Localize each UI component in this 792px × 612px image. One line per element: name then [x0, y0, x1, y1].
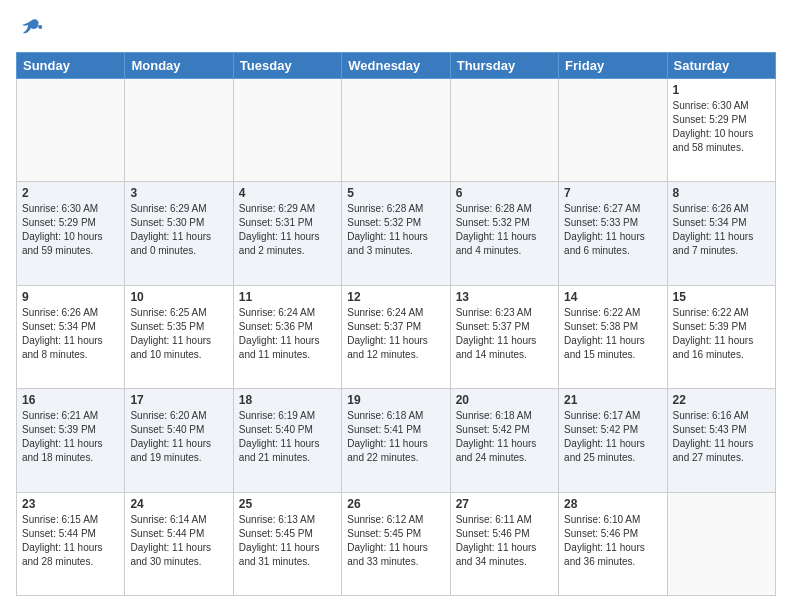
weekday-header-saturday: Saturday — [667, 53, 775, 79]
calendar-cell: 6Sunrise: 6:28 AM Sunset: 5:32 PM Daylig… — [450, 182, 558, 285]
cell-details: Sunrise: 6:12 AM Sunset: 5:45 PM Dayligh… — [347, 513, 444, 569]
day-number: 24 — [130, 497, 227, 511]
weekday-header-tuesday: Tuesday — [233, 53, 341, 79]
day-number: 21 — [564, 393, 661, 407]
cell-details: Sunrise: 6:19 AM Sunset: 5:40 PM Dayligh… — [239, 409, 336, 465]
calendar-cell: 26Sunrise: 6:12 AM Sunset: 5:45 PM Dayli… — [342, 492, 450, 595]
calendar-cell — [125, 79, 233, 182]
calendar-cell — [667, 492, 775, 595]
calendar-week-row: 1Sunrise: 6:30 AM Sunset: 5:29 PM Daylig… — [17, 79, 776, 182]
cell-details: Sunrise: 6:28 AM Sunset: 5:32 PM Dayligh… — [347, 202, 444, 258]
cell-details: Sunrise: 6:25 AM Sunset: 5:35 PM Dayligh… — [130, 306, 227, 362]
day-number: 22 — [673, 393, 770, 407]
day-number: 11 — [239, 290, 336, 304]
cell-details: Sunrise: 6:26 AM Sunset: 5:34 PM Dayligh… — [22, 306, 119, 362]
calendar-cell: 15Sunrise: 6:22 AM Sunset: 5:39 PM Dayli… — [667, 285, 775, 388]
header — [16, 16, 776, 42]
calendar-cell: 17Sunrise: 6:20 AM Sunset: 5:40 PM Dayli… — [125, 389, 233, 492]
calendar-cell: 28Sunrise: 6:10 AM Sunset: 5:46 PM Dayli… — [559, 492, 667, 595]
cell-details: Sunrise: 6:24 AM Sunset: 5:36 PM Dayligh… — [239, 306, 336, 362]
weekday-header-wednesday: Wednesday — [342, 53, 450, 79]
day-number: 20 — [456, 393, 553, 407]
calendar-cell: 25Sunrise: 6:13 AM Sunset: 5:45 PM Dayli… — [233, 492, 341, 595]
calendar-cell: 5Sunrise: 6:28 AM Sunset: 5:32 PM Daylig… — [342, 182, 450, 285]
calendar-cell: 27Sunrise: 6:11 AM Sunset: 5:46 PM Dayli… — [450, 492, 558, 595]
day-number: 3 — [130, 186, 227, 200]
calendar-cell: 12Sunrise: 6:24 AM Sunset: 5:37 PM Dayli… — [342, 285, 450, 388]
cell-details: Sunrise: 6:14 AM Sunset: 5:44 PM Dayligh… — [130, 513, 227, 569]
calendar-cell: 23Sunrise: 6:15 AM Sunset: 5:44 PM Dayli… — [17, 492, 125, 595]
day-number: 10 — [130, 290, 227, 304]
calendar-cell — [342, 79, 450, 182]
day-number: 15 — [673, 290, 770, 304]
cell-details: Sunrise: 6:22 AM Sunset: 5:38 PM Dayligh… — [564, 306, 661, 362]
cell-details: Sunrise: 6:18 AM Sunset: 5:41 PM Dayligh… — [347, 409, 444, 465]
cell-details: Sunrise: 6:10 AM Sunset: 5:46 PM Dayligh… — [564, 513, 661, 569]
calendar-cell: 22Sunrise: 6:16 AM Sunset: 5:43 PM Dayli… — [667, 389, 775, 492]
calendar-cell — [17, 79, 125, 182]
calendar-cell: 14Sunrise: 6:22 AM Sunset: 5:38 PM Dayli… — [559, 285, 667, 388]
day-number: 13 — [456, 290, 553, 304]
day-number: 9 — [22, 290, 119, 304]
day-number: 1 — [673, 83, 770, 97]
day-number: 28 — [564, 497, 661, 511]
calendar-table: SundayMondayTuesdayWednesdayThursdayFrid… — [16, 52, 776, 596]
cell-details: Sunrise: 6:18 AM Sunset: 5:42 PM Dayligh… — [456, 409, 553, 465]
calendar-cell: 4Sunrise: 6:29 AM Sunset: 5:31 PM Daylig… — [233, 182, 341, 285]
day-number: 12 — [347, 290, 444, 304]
calendar-cell: 7Sunrise: 6:27 AM Sunset: 5:33 PM Daylig… — [559, 182, 667, 285]
cell-details: Sunrise: 6:23 AM Sunset: 5:37 PM Dayligh… — [456, 306, 553, 362]
cell-details: Sunrise: 6:17 AM Sunset: 5:42 PM Dayligh… — [564, 409, 661, 465]
calendar-cell: 24Sunrise: 6:14 AM Sunset: 5:44 PM Dayli… — [125, 492, 233, 595]
calendar-cell: 1Sunrise: 6:30 AM Sunset: 5:29 PM Daylig… — [667, 79, 775, 182]
day-number: 2 — [22, 186, 119, 200]
day-number: 25 — [239, 497, 336, 511]
cell-details: Sunrise: 6:20 AM Sunset: 5:40 PM Dayligh… — [130, 409, 227, 465]
cell-details: Sunrise: 6:11 AM Sunset: 5:46 PM Dayligh… — [456, 513, 553, 569]
weekday-header-friday: Friday — [559, 53, 667, 79]
weekday-header-row: SundayMondayTuesdayWednesdayThursdayFrid… — [17, 53, 776, 79]
calendar-cell: 13Sunrise: 6:23 AM Sunset: 5:37 PM Dayli… — [450, 285, 558, 388]
calendar-cell: 20Sunrise: 6:18 AM Sunset: 5:42 PM Dayli… — [450, 389, 558, 492]
day-number: 26 — [347, 497, 444, 511]
calendar-cell — [450, 79, 558, 182]
day-number: 7 — [564, 186, 661, 200]
cell-details: Sunrise: 6:26 AM Sunset: 5:34 PM Dayligh… — [673, 202, 770, 258]
cell-details: Sunrise: 6:13 AM Sunset: 5:45 PM Dayligh… — [239, 513, 336, 569]
bird-icon — [18, 16, 44, 42]
weekday-header-sunday: Sunday — [17, 53, 125, 79]
cell-details: Sunrise: 6:22 AM Sunset: 5:39 PM Dayligh… — [673, 306, 770, 362]
cell-details: Sunrise: 6:27 AM Sunset: 5:33 PM Dayligh… — [564, 202, 661, 258]
calendar-cell: 8Sunrise: 6:26 AM Sunset: 5:34 PM Daylig… — [667, 182, 775, 285]
calendar-cell: 19Sunrise: 6:18 AM Sunset: 5:41 PM Dayli… — [342, 389, 450, 492]
calendar-cell — [559, 79, 667, 182]
day-number: 18 — [239, 393, 336, 407]
calendar-cell: 18Sunrise: 6:19 AM Sunset: 5:40 PM Dayli… — [233, 389, 341, 492]
page: SundayMondayTuesdayWednesdayThursdayFrid… — [0, 0, 792, 612]
day-number: 27 — [456, 497, 553, 511]
day-number: 17 — [130, 393, 227, 407]
cell-details: Sunrise: 6:29 AM Sunset: 5:30 PM Dayligh… — [130, 202, 227, 258]
calendar-cell: 9Sunrise: 6:26 AM Sunset: 5:34 PM Daylig… — [17, 285, 125, 388]
cell-details: Sunrise: 6:21 AM Sunset: 5:39 PM Dayligh… — [22, 409, 119, 465]
calendar-week-row: 9Sunrise: 6:26 AM Sunset: 5:34 PM Daylig… — [17, 285, 776, 388]
day-number: 16 — [22, 393, 119, 407]
calendar-cell — [233, 79, 341, 182]
calendar-week-row: 16Sunrise: 6:21 AM Sunset: 5:39 PM Dayli… — [17, 389, 776, 492]
day-number: 5 — [347, 186, 444, 200]
calendar-cell: 11Sunrise: 6:24 AM Sunset: 5:36 PM Dayli… — [233, 285, 341, 388]
weekday-header-thursday: Thursday — [450, 53, 558, 79]
cell-details: Sunrise: 6:30 AM Sunset: 5:29 PM Dayligh… — [673, 99, 770, 155]
calendar-cell: 10Sunrise: 6:25 AM Sunset: 5:35 PM Dayli… — [125, 285, 233, 388]
calendar-cell: 2Sunrise: 6:30 AM Sunset: 5:29 PM Daylig… — [17, 182, 125, 285]
cell-details: Sunrise: 6:24 AM Sunset: 5:37 PM Dayligh… — [347, 306, 444, 362]
cell-details: Sunrise: 6:30 AM Sunset: 5:29 PM Dayligh… — [22, 202, 119, 258]
calendar-cell: 21Sunrise: 6:17 AM Sunset: 5:42 PM Dayli… — [559, 389, 667, 492]
day-number: 8 — [673, 186, 770, 200]
cell-details: Sunrise: 6:16 AM Sunset: 5:43 PM Dayligh… — [673, 409, 770, 465]
calendar-week-row: 23Sunrise: 6:15 AM Sunset: 5:44 PM Dayli… — [17, 492, 776, 595]
cell-details: Sunrise: 6:28 AM Sunset: 5:32 PM Dayligh… — [456, 202, 553, 258]
day-number: 14 — [564, 290, 661, 304]
cell-details: Sunrise: 6:15 AM Sunset: 5:44 PM Dayligh… — [22, 513, 119, 569]
calendar-cell: 3Sunrise: 6:29 AM Sunset: 5:30 PM Daylig… — [125, 182, 233, 285]
